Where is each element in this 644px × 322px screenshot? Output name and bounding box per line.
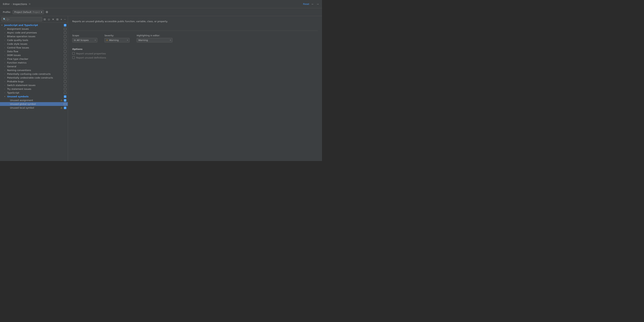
highlight-dropdown[interactable]: Warning ▾: [137, 38, 172, 42]
left-panel: 🔍 ⊟ ◇ ✕ ⊟ + − ▾ JavaScript and TypeScrip…: [0, 16, 68, 161]
list-item[interactable]: › Assignment issues: [0, 27, 68, 31]
reset-button[interactable]: Reset: [303, 3, 309, 5]
search-box[interactable]: 🔍: [2, 17, 42, 21]
filter-button[interactable]: ⊟: [43, 18, 46, 21]
list-item[interactable]: › Potentially undesirable code construct…: [0, 76, 68, 80]
list-item[interactable]: › Control flow issues: [0, 46, 68, 50]
highlight-dropdown-arrow-icon: ▾: [170, 39, 171, 41]
list-item[interactable]: › Async code and promises: [0, 31, 68, 34]
item-checkbox[interactable]: [64, 84, 66, 86]
list-item[interactable]: › Flow type checker: [0, 57, 68, 61]
item-checkbox[interactable]: [64, 76, 66, 79]
minus-button[interactable]: −: [64, 18, 66, 21]
severity-dropdown-arrow-icon: ▾: [127, 39, 128, 41]
profile-dropdown-arrow-icon: ▾: [41, 11, 42, 14]
unused-global-checkbox[interactable]: [64, 103, 66, 105]
tree-unused-symbols-item[interactable]: ▾ Unused symbols −: [0, 95, 68, 98]
item-checkbox[interactable]: [64, 58, 66, 60]
item-checkbox[interactable]: [64, 73, 66, 75]
list-item[interactable]: › Naming conventions: [0, 68, 68, 72]
profile-select-dropdown[interactable]: Project Default Project ▾: [13, 10, 44, 14]
expand-all-button[interactable]: ◇: [47, 18, 51, 21]
highlight-value: Warning: [138, 39, 169, 42]
tree-unused-assignment-item[interactable]: Unused assignment ⚠ ✓: [0, 98, 68, 102]
item-label: Potentially undesirable code constructs: [7, 76, 63, 79]
highlight-group: Highlighting in editor: Warning ▾: [137, 34, 172, 42]
tree-unused-global-item[interactable]: Unused global symbol: [0, 102, 68, 106]
gear-button[interactable]: ⚙: [46, 10, 48, 14]
item-label: Switch statement issues: [7, 84, 63, 86]
profile-select-name: Project Default: [14, 11, 32, 14]
option1-checkbox[interactable]: [72, 52, 75, 55]
inspection-tree[interactable]: ▾ JavaScript and TypeScript − › Assignme…: [0, 22, 68, 161]
unused-symbols-checkbox[interactable]: −: [64, 95, 66, 98]
expand-icon: ›: [4, 50, 6, 52]
list-item[interactable]: › Function metrics: [0, 61, 68, 64]
list-item[interactable]: › General: [0, 64, 68, 68]
item-checkbox[interactable]: [64, 46, 66, 49]
severity-dropdown[interactable]: ⚠ Warning ▾: [104, 38, 130, 42]
item-checkbox[interactable]: [64, 62, 66, 64]
item-checkbox[interactable]: [64, 54, 66, 56]
expand-icon: ›: [4, 54, 6, 56]
item-checkbox[interactable]: [64, 80, 66, 83]
item-checkbox[interactable]: [64, 92, 66, 94]
severity-group: Severity: ⚠ Warning ▾: [104, 34, 130, 42]
item-checkbox[interactable]: [64, 35, 66, 38]
breadcrumb-current: Inspections: [13, 3, 27, 6]
item-label: Data flow: [7, 50, 63, 53]
list-item[interactable]: › Data flow: [0, 50, 68, 53]
list-item[interactable]: › Try statement issues: [0, 87, 68, 91]
option2-checkbox[interactable]: [72, 56, 75, 59]
add-button[interactable]: +: [60, 18, 63, 21]
profile-row: Profile: Project Default Project ▾ ⚙: [0, 8, 322, 16]
list-item[interactable]: › Switch statement issues: [0, 83, 68, 87]
item-checkbox[interactable]: [64, 88, 66, 90]
nav-forward-button[interactable]: →: [316, 2, 319, 6]
item-checkbox[interactable]: [64, 32, 66, 34]
scope-dropdown[interactable]: In All Scopes ▾: [72, 38, 97, 42]
expand-icon: ›: [4, 73, 6, 75]
item-checkbox[interactable]: [64, 65, 66, 68]
expand-icon: ›: [4, 28, 6, 30]
expand-icon: ›: [4, 36, 6, 38]
item-label: Function metrics: [7, 61, 63, 64]
expand-icon: ›: [4, 84, 6, 86]
nav-back-button[interactable]: ←: [311, 2, 314, 6]
unused-local-checkbox[interactable]: ✓: [64, 106, 66, 109]
list-item[interactable]: › Code quality tools: [0, 38, 68, 42]
breadcrumb: Editor › Inspections ⊟: [3, 3, 30, 6]
root-checkbox[interactable]: −: [64, 24, 66, 26]
item-label: Assignment issues: [7, 28, 63, 30]
expand-icon: ›: [4, 47, 6, 49]
breadcrumb-editor[interactable]: Editor: [3, 3, 10, 5]
header-bar: Editor › Inspections ⊟ Reset ← →: [0, 0, 322, 8]
tree-unused-local-item[interactable]: Unused local symbol ⚠ ✓: [0, 106, 68, 110]
scope-dropdown-arrow-icon: ▾: [95, 39, 96, 41]
expand-icon: ›: [4, 43, 6, 45]
unused-global-label: Unused global symbol: [10, 103, 63, 105]
list-item[interactable]: › Bitwise operation issues: [0, 34, 68, 38]
search-input[interactable]: [6, 18, 40, 20]
item-checkbox[interactable]: [64, 39, 66, 42]
severity-warning-icon: ⚠: [106, 39, 108, 41]
right-panel: Reports an unused globally accessible pu…: [68, 16, 322, 161]
collapse-all-button[interactable]: ⊟: [56, 18, 59, 21]
unused-assignment-checkbox[interactable]: ✓: [64, 99, 66, 102]
list-item[interactable]: › Potentially confusing code constructs: [0, 72, 68, 76]
list-item[interactable]: › Probable bugs: [0, 80, 68, 83]
list-item[interactable]: › DOM issues: [0, 53, 68, 57]
list-item[interactable]: › Code style issues: [0, 42, 68, 46]
item-checkbox[interactable]: [64, 50, 66, 53]
item-label: Flow type checker: [7, 58, 63, 60]
search-icon: 🔍: [3, 18, 6, 20]
close-button[interactable]: ✕: [51, 18, 55, 21]
item-checkbox[interactable]: [64, 69, 66, 72]
item-checkbox[interactable]: [64, 28, 66, 30]
tree-root-item[interactable]: ▾ JavaScript and TypeScript −: [0, 23, 68, 27]
item-checkbox[interactable]: [64, 43, 66, 45]
expand-icon: ›: [4, 88, 6, 90]
breadcrumb-icon: ⊟: [29, 3, 30, 5]
item-label: General: [7, 65, 63, 68]
list-item[interactable]: › TypeScript: [0, 91, 68, 95]
